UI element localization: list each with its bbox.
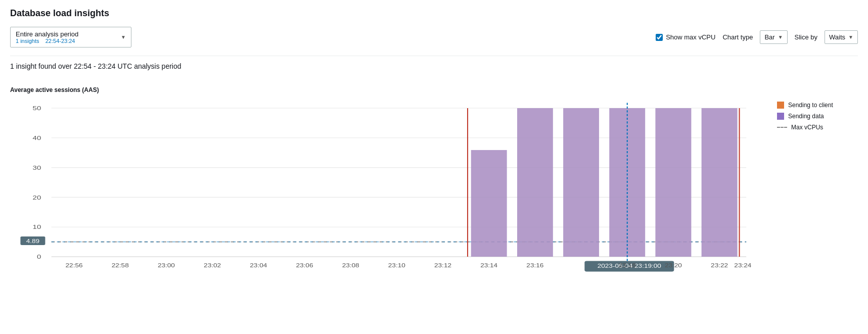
show-max-vcpu-checkbox[interactable]	[656, 34, 663, 41]
svg-text:23:04: 23:04	[250, 262, 267, 268]
chart-area: Average active sessions (AAS) 50 40 30 2…	[10, 86, 767, 311]
legend-label-sending-data: Sending data	[788, 113, 824, 120]
svg-text:23:20: 23:20	[665, 262, 682, 268]
slice-by-value: Waits	[829, 33, 845, 41]
svg-text:23:06: 23:06	[296, 262, 313, 268]
svg-text:22:56: 22:56	[66, 262, 83, 268]
svg-text:30: 30	[33, 164, 41, 171]
svg-text:22:58: 22:58	[112, 262, 129, 268]
svg-text:10: 10	[33, 224, 41, 230]
svg-text:20: 20	[33, 194, 41, 201]
chart-svg: 50 40 30 20 10 0 4.89	[10, 98, 767, 310]
svg-text:23:22: 23:22	[711, 262, 728, 268]
svg-text:23:12: 23:12	[434, 262, 451, 268]
page-container: Database load insights Entire analysis p…	[0, 0, 868, 319]
svg-text:23:10: 23:10	[388, 262, 405, 268]
svg-rect-27	[656, 108, 692, 257]
svg-text:23:14: 23:14	[480, 262, 497, 268]
legend-item-sending-to-client: Sending to client	[777, 102, 858, 109]
slice-by-label: Slice by	[795, 33, 818, 41]
svg-text:4.89: 4.89	[26, 238, 40, 244]
controls-row: Entire analysis period 1 insights 22:54-…	[10, 27, 858, 47]
page-title: Database load insights	[10, 8, 858, 19]
chart-section: Average active sessions (AAS) 50 40 30 2…	[10, 86, 858, 311]
legend-label-max-vcpus: Max vCPUs	[791, 124, 823, 131]
chart-type-arrow: ▼	[778, 34, 783, 40]
period-selector[interactable]: Entire analysis period 1 insights 22:54-…	[10, 27, 131, 47]
svg-text:40: 40	[33, 135, 41, 141]
svg-text:23:08: 23:08	[342, 262, 359, 268]
svg-text:50: 50	[33, 105, 41, 112]
period-select-inner: Entire analysis period 1 insights 22:54-…	[16, 30, 78, 44]
legend-area: Sending to client Sending data Max vCPUs	[777, 86, 858, 311]
chart-type-select-wrap[interactable]: Bar ▼	[760, 30, 787, 44]
chart-y-axis-label: Average active sessions (AAS)	[10, 86, 767, 93]
insight-text: 1 insight found over 22:54 - 23:24 UTC a…	[10, 56, 858, 76]
period-dropdown-arrow: ▼	[121, 34, 126, 40]
show-max-vcpu-label: Show max vCPU	[666, 33, 715, 41]
slice-by-select-wrap[interactable]: Waits ▼	[825, 30, 858, 44]
svg-text:23:16: 23:16	[526, 262, 543, 268]
legend-color-orange	[777, 102, 784, 109]
legend-dash-max-vcpus	[777, 127, 787, 128]
show-max-vcpu-wrap[interactable]: Show max vCPU	[656, 33, 715, 41]
svg-text:23:00: 23:00	[158, 262, 175, 268]
svg-rect-29	[702, 108, 738, 257]
period-sub: 1 insights 22:54-23:24	[16, 38, 78, 44]
legend-item-sending-data: Sending data	[777, 113, 858, 120]
chart-type-label: Chart type	[722, 33, 753, 41]
svg-rect-18	[471, 150, 507, 257]
right-controls: Show max vCPU Chart type Bar ▼ Slice by …	[656, 30, 858, 44]
svg-rect-22	[563, 108, 599, 257]
svg-text:23:24: 23:24	[734, 262, 751, 268]
period-label: Entire analysis period	[16, 30, 78, 38]
svg-text:23:02: 23:02	[204, 262, 221, 268]
svg-text:23:18: 23:18	[619, 262, 636, 268]
svg-text:0: 0	[37, 254, 41, 260]
chart-type-value: Bar	[764, 33, 774, 41]
svg-rect-20	[517, 108, 553, 257]
legend-label-sending-to-client: Sending to client	[788, 102, 833, 109]
legend-item-max-vcpus: Max vCPUs	[777, 124, 858, 131]
slice-by-arrow: ▼	[848, 34, 853, 40]
legend-color-purple	[777, 113, 784, 120]
